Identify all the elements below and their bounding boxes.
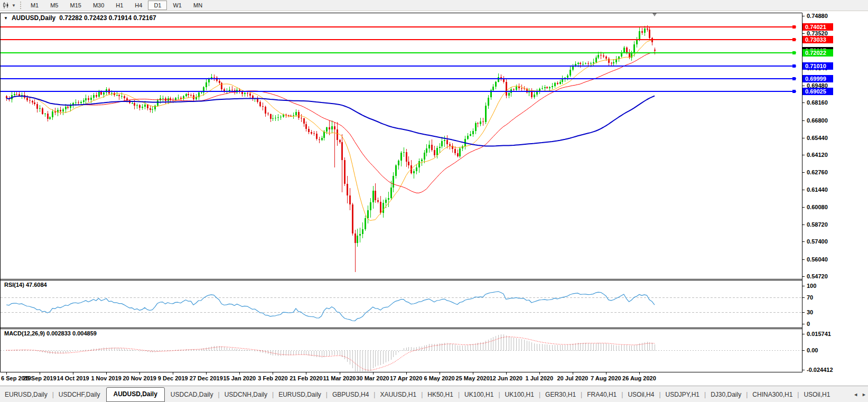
- price-level-tag: 0.72022: [802, 49, 833, 57]
- tab-usoil-h4[interactable]: USOil,H4: [623, 388, 659, 401]
- rsi-tick-label: 70: [807, 294, 813, 301]
- date-label: 1 Nov 2019: [91, 375, 121, 381]
- date-label: 30 Mar 2020: [356, 375, 389, 381]
- date-label: 1 Jul 2020: [526, 375, 554, 381]
- tab-xauusd-h1[interactable]: XAUUSD,H1: [375, 388, 421, 401]
- tab-usdcad-daily[interactable]: USDCAD,Daily: [166, 388, 218, 401]
- date-label: 14 Oct 2019: [57, 375, 89, 381]
- tab-eurusd-daily[interactable]: EURUSD,Daily: [0, 388, 52, 401]
- tab-uk100-h1[interactable]: UK100,H1: [500, 388, 539, 401]
- tab-dj30-daily[interactable]: DJ30,Daily: [706, 388, 746, 401]
- price-tick-label: 0.58720: [807, 221, 828, 228]
- timeframe-button-m30[interactable]: M30: [87, 1, 110, 10]
- timeframe-button-mn[interactable]: MN: [188, 1, 208, 10]
- tab-scroll-left-icon[interactable]: ◄: [853, 392, 858, 397]
- chart-tab-bar: EURUSD,Daily|USDCHF,DailyAUDUSD,DailyUSD…: [0, 386, 868, 402]
- timeframe-button-m1[interactable]: M1: [25, 1, 44, 10]
- price-level-tag: 0.69025: [802, 88, 833, 95]
- tab-usoil-h1[interactable]: USOil,H1: [799, 388, 835, 401]
- price-tick-label: 0.64120: [807, 152, 828, 158]
- toolbar-grip[interactable]: [20, 2, 21, 9]
- price-tick-label: 0.65440: [807, 135, 828, 141]
- rsi-tick-label: 100: [807, 283, 816, 289]
- price-tick-label: 0.57400: [807, 238, 828, 245]
- tab-uk100-h1[interactable]: UK100,H1: [460, 388, 498, 401]
- date-label: 25 May 2020: [456, 375, 490, 381]
- tab-china300-h1[interactable]: CHINA300,H1: [748, 388, 797, 401]
- price-tick-label: 0.54720: [807, 273, 828, 279]
- price-tick-label: 0.74880: [807, 13, 828, 19]
- tab-scroll-arrows: ◄ ►: [849, 386, 866, 402]
- price-tick-label: 0.60080: [807, 204, 828, 210]
- timeframe-button-h4[interactable]: H4: [129, 1, 148, 10]
- date-label: 7 Aug 2020: [591, 375, 621, 381]
- collapse-chart-icon[interactable]: ▼: [4, 16, 8, 21]
- date-label: 20 Jul 2020: [557, 375, 588, 381]
- price-tick-label: 0.56040: [807, 256, 828, 263]
- date-label: 21 Feb 2020: [290, 375, 322, 381]
- rsi-label: RSI(14) 47.6084: [4, 282, 47, 288]
- rsi-tick-label: 0: [807, 321, 810, 327]
- macd-tick-label: -0.024412: [807, 367, 833, 373]
- date-label: 20 Nov 2019: [123, 375, 156, 381]
- timeframe-toolbar: ▼ M1M5M15M30H1H4D1W1MN: [0, 0, 868, 11]
- date-label: 6 May 2020: [424, 375, 455, 381]
- date-label: 26 Aug 2020: [622, 375, 656, 381]
- macd-tick-label: 0.00: [807, 347, 818, 353]
- date-label: 17 Apr 2020: [390, 375, 422, 381]
- timeframe-buttons: M1M5M15M30H1H4D1W1MN: [25, 1, 208, 10]
- date-label: 25 Sep 2019: [23, 375, 57, 381]
- tab-usdjpy-h1[interactable]: USDJPY,H1: [661, 388, 704, 401]
- tab-audusd-daily[interactable]: AUDUSD,Daily: [106, 387, 165, 402]
- date-label: 12 Jun 2020: [490, 375, 522, 381]
- price-tick-label: 0.68160: [807, 99, 828, 106]
- timeframe-button-d1[interactable]: D1: [148, 1, 167, 10]
- price-tick-label: 0.62760: [807, 169, 828, 175]
- chart-header: ▼ AUDUSD,Daily 0.72282 0.72423 0.71914 0…: [4, 14, 156, 22]
- chart-ohlc-values: 0.72282 0.72423 0.71914 0.72167: [59, 14, 156, 22]
- price-level-tag: 0.71010: [802, 62, 833, 70]
- tab-fra40-h1[interactable]: FRA40,H1: [582, 388, 621, 401]
- tab-gbpusd-h4[interactable]: GBPUSD,H4: [328, 388, 374, 401]
- price-level-tag: 0.73033: [802, 36, 833, 43]
- macd-label: MACD(12,26,9) 0.002833 0.004859: [4, 330, 97, 336]
- chart-type-dropdown-icon[interactable]: ▼: [12, 3, 16, 8]
- pane-separator[interactable]: [0, 278, 802, 281]
- price-level-tag: 0.69999: [802, 75, 833, 82]
- chart-type-icon[interactable]: [2, 1, 11, 10]
- timeframe-button-m5[interactable]: M5: [44, 1, 64, 10]
- rsi-tick-label: 30: [807, 309, 813, 315]
- timeframe-button-h1[interactable]: H1: [110, 1, 129, 10]
- timeframe-button-m15[interactable]: M15: [64, 1, 87, 10]
- tab-hk50-h1[interactable]: HK50,H1: [423, 388, 458, 401]
- chart-canvas[interactable]: [0, 0, 868, 402]
- macd-tick-label: 0.015741: [807, 331, 831, 337]
- tab-usdchf-daily[interactable]: USDCHF,Daily: [54, 388, 105, 401]
- date-label: 27 Dec 2019: [190, 375, 223, 381]
- tab-eurusd-daily[interactable]: EURUSD,Daily: [274, 388, 326, 401]
- tab-scroll-right-icon[interactable]: ►: [862, 392, 866, 397]
- timeframe-button-w1[interactable]: W1: [167, 1, 188, 10]
- tab-usdcnh-daily[interactable]: USDCNH,Daily: [220, 388, 272, 401]
- price-tick-label: 0.61440: [807, 186, 828, 193]
- date-label: 9 Dec 2019: [158, 375, 188, 381]
- price-level-tag: 0.74021: [802, 23, 833, 31]
- date-label: 15 Jan 2020: [223, 375, 256, 381]
- price-tick-label: 0.66800: [807, 117, 828, 124]
- date-label: 11 Mar 2020: [323, 375, 356, 381]
- tab-ger30-h1[interactable]: GER30,H1: [540, 388, 581, 401]
- date-label: 3 Feb 2020: [258, 375, 287, 381]
- chart-title: AUDUSD,Daily: [12, 14, 55, 22]
- pane-separator[interactable]: [0, 326, 802, 330]
